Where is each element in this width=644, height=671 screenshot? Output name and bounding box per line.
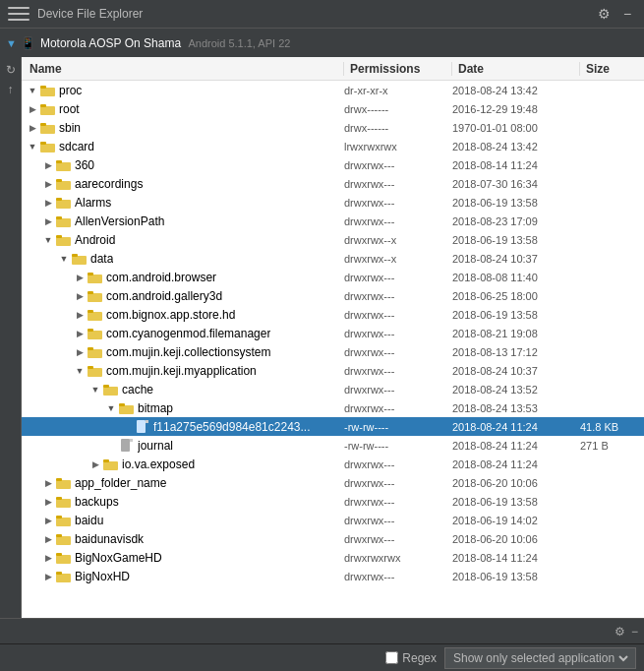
- folder-icon: [56, 477, 72, 489]
- table-row[interactable]: ▼Androiddrwxrwx--x2018-06-19 13:58: [22, 230, 644, 249]
- svg-rect-35: [119, 403, 125, 406]
- table-row[interactable]: ▶baidudrwxrwx---2018-06-19 14:02: [22, 511, 644, 529]
- file-permissions: -rw-rw----: [344, 440, 452, 452]
- folder-icon: [40, 103, 56, 115]
- file-date: 2018-08-24 11:24: [452, 421, 580, 433]
- table-row[interactable]: ▶BigNoxHDdrwxrwx---2018-06-19 13:58: [22, 567, 644, 585]
- folder-icon: [103, 384, 119, 396]
- expand-arrow-icon[interactable]: ▶: [41, 177, 55, 191]
- table-row[interactable]: ▶com.android.browserdrwxrwx---2018-08-08…: [22, 268, 644, 286]
- table-row[interactable]: ▶BigNoxGameHDdrwxrwxrwx2018-08-14 11:24: [22, 548, 644, 567]
- phone-icon: 📱: [21, 36, 35, 50]
- expand-arrow-icon[interactable]: [120, 420, 134, 434]
- file-permissions: drwxrwx---: [344, 197, 452, 209]
- side-toolbar: ↻ ↑: [0, 57, 22, 618]
- folder-icon: [40, 122, 56, 134]
- settings-icon[interactable]: ⚙: [595, 5, 613, 23]
- file-date: 2018-07-30 16:34: [452, 178, 580, 190]
- expand-arrow-icon[interactable]: ▶: [73, 271, 87, 284]
- folder-icon: [56, 159, 72, 171]
- table-row[interactable]: ▶com.android.gallery3ddrwxrwx---2018-06-…: [22, 286, 644, 305]
- expand-arrow-icon[interactable]: [104, 439, 118, 453]
- expand-arrow-icon[interactable]: ▼: [26, 84, 39, 97]
- svg-rect-42: [56, 480, 71, 489]
- up-icon[interactable]: ↑: [2, 81, 20, 98]
- more-bottom-icon[interactable]: −: [631, 625, 638, 639]
- svg-rect-47: [56, 516, 62, 518]
- svg-rect-24: [88, 312, 102, 321]
- svg-rect-25: [88, 310, 93, 313]
- expand-arrow-icon[interactable]: ▶: [41, 158, 55, 172]
- table-row[interactable]: ▶rootdrwx------2016-12-29 19:48: [22, 99, 644, 118]
- svg-rect-32: [103, 387, 118, 396]
- expand-arrow-icon[interactable]: ▶: [41, 476, 55, 490]
- settings-bottom-icon[interactable]: ⚙: [615, 625, 625, 639]
- table-row[interactable]: journal-rw-rw----2018-08-24 11:24271 B: [22, 436, 644, 455]
- expand-arrow-icon[interactable]: ▼: [73, 364, 87, 378]
- expand-arrow-icon[interactable]: ▶: [41, 495, 55, 509]
- table-row[interactable]: ▶Alarmsdrwxrwx---2018-06-19 13:58: [22, 193, 644, 212]
- table-row[interactable]: ▶AllenVersionPathdrwxrwx---2018-08-23 17…: [22, 212, 644, 230]
- file-date: 2018-08-24 11:24: [452, 440, 580, 452]
- table-row[interactable]: ▶com.bignox.app.store.hddrwxrwx---2018-0…: [22, 305, 644, 324]
- expand-arrow-icon[interactable]: ▶: [41, 532, 55, 546]
- svg-rect-39: [130, 439, 133, 442]
- menu-icon[interactable]: [8, 5, 29, 23]
- table-row[interactable]: ▶io.va.exposeddrwxrwx---2018-08-24 11:24: [22, 455, 644, 473]
- expand-arrow-icon[interactable]: ▼: [104, 401, 118, 415]
- table-row[interactable]: ▶sbindrwx------1970-01-01 08:00: [22, 118, 644, 137]
- refresh-icon[interactable]: ↻: [2, 61, 20, 79]
- table-row[interactable]: ▼sdcardlrwxrwxrwx2018-08-24 13:42: [22, 137, 644, 155]
- table-row[interactable]: ▼com.mujin.keji.myapplicationdrwxrwx---2…: [22, 361, 644, 380]
- file-permissions: drwxrwx---: [344, 159, 452, 171]
- file-date: 2018-06-19 13:58: [452, 571, 580, 582]
- expand-arrow-icon[interactable]: ▼: [26, 140, 39, 153]
- table-row[interactable]: ▼cachedrwxrwx---2018-08-24 13:52: [22, 380, 644, 398]
- file-date: 2018-08-13 17:12: [452, 346, 580, 358]
- file-date: 2018-06-20 10:06: [452, 477, 580, 489]
- folder-icon: [56, 552, 72, 564]
- file-date: 2018-06-19 13:58: [452, 496, 580, 508]
- svg-rect-0: [40, 88, 55, 96]
- expand-arrow-icon[interactable]: ▶: [73, 327, 87, 340]
- expand-arrow-icon[interactable]: ▼: [88, 383, 102, 396]
- expand-arrow-icon[interactable]: ▶: [41, 570, 55, 583]
- device-dropdown-arrow[interactable]: ▼: [6, 37, 17, 49]
- file-permissions: drwxrwx---: [344, 365, 452, 377]
- expand-arrow-icon[interactable]: ▶: [26, 102, 39, 116]
- expand-arrow-icon[interactable]: ▶: [88, 458, 102, 471]
- regex-checkbox[interactable]: [385, 651, 398, 664]
- svg-rect-50: [56, 555, 71, 564]
- file-permissions: drwxrwx---: [344, 290, 452, 302]
- regex-label[interactable]: Regex: [402, 651, 437, 665]
- svg-rect-8: [56, 162, 71, 171]
- expand-arrow-icon[interactable]: ▶: [41, 196, 55, 210]
- folder-icon: [56, 178, 72, 190]
- expand-arrow-icon[interactable]: ▶: [41, 214, 55, 228]
- table-row[interactable]: ▶app_folder_namedrwxrwx---2018-06-20 10:…: [22, 473, 644, 492]
- folder-icon: [56, 496, 72, 508]
- expand-arrow-icon[interactable]: ▶: [73, 308, 87, 322]
- table-row[interactable]: ▶com.cyanogenmod.filemanagerdrwxrwx---20…: [22, 324, 644, 342]
- svg-rect-22: [88, 293, 102, 302]
- expand-arrow-icon[interactable]: ▶: [73, 289, 87, 303]
- table-row[interactable]: ▶baidunavisdkdrwxrwx---2018-06-20 10:06: [22, 529, 644, 548]
- table-row[interactable]: ▶com.mujin.keji.collectionsystemdrwxrwx-…: [22, 342, 644, 361]
- expand-arrow-icon[interactable]: ▼: [41, 233, 55, 247]
- table-row[interactable]: ▶backupsdrwxrwx---2018-06-19 13:58: [22, 492, 644, 511]
- table-row[interactable]: f11a275e569d984e81c2243...-rw-rw----2018…: [22, 417, 644, 436]
- table-row[interactable]: ▶360drwxrwx---2018-08-14 11:24: [22, 155, 644, 174]
- table-row[interactable]: ▼bitmapdrwxrwx---2018-08-24 13:53: [22, 398, 644, 417]
- filter-dropdown[interactable]: Show only selected applicationShow all: [449, 650, 631, 666]
- file-panel: Name Permissions Date Size ▼procdr-xr-xr…: [22, 57, 644, 618]
- expand-arrow-icon[interactable]: ▶: [26, 121, 39, 135]
- more-options-icon[interactable]: −: [618, 5, 636, 23]
- expand-arrow-icon[interactable]: ▶: [41, 514, 55, 527]
- file-name: com.mujin.keji.collectionsystem: [106, 345, 270, 359]
- expand-arrow-icon[interactable]: ▼: [57, 252, 71, 266]
- expand-arrow-icon[interactable]: ▶: [73, 345, 87, 359]
- table-row[interactable]: ▶aarecordingsdrwxrwx---2018-07-30 16:34: [22, 174, 644, 193]
- expand-arrow-icon[interactable]: ▶: [41, 551, 55, 565]
- table-row[interactable]: ▼datadrwxrwx--x2018-08-24 10:37: [22, 249, 644, 268]
- table-row[interactable]: ▼procdr-xr-xr-x2018-08-24 13:42: [22, 81, 644, 99]
